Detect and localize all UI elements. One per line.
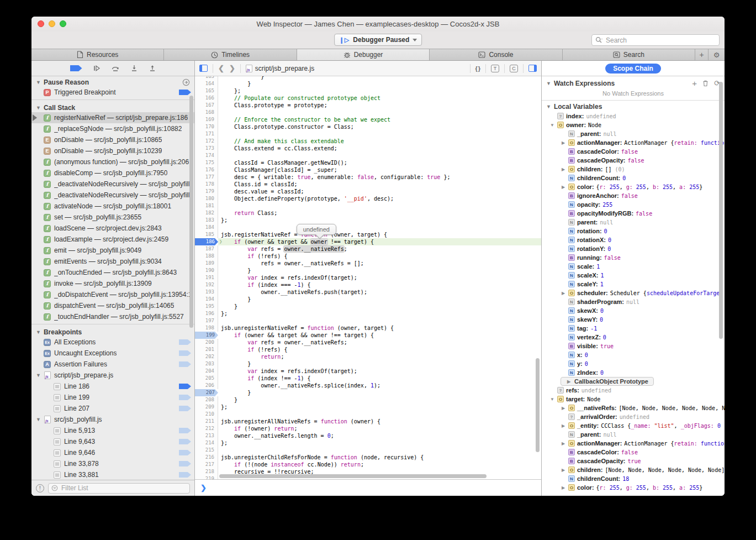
variable-row[interactable]: ▶O_entity:CCClass {_name: "list", _objFl…	[542, 421, 725, 430]
prototype-row[interactable]: ▶CallbackObject Prototype	[542, 377, 725, 386]
breakpoint-item[interactable]: ExUncaught Exceptions	[31, 348, 194, 359]
code-line[interactable]: 163 }	[195, 76, 541, 80]
code-line[interactable]: 172 // And make this class extendable	[195, 138, 541, 145]
breakpoint-line-item[interactable]: Line 9,646	[31, 447, 194, 458]
line-number[interactable]: 213	[195, 432, 218, 439]
variable-row[interactable]: BcascadeColor:false	[542, 147, 725, 156]
call-stack-item[interactable]: f_touchEndHandler — src/jsb_polyfill.js:…	[31, 311, 194, 322]
disclosure-triangle-icon[interactable]: ▶	[561, 140, 566, 145]
call-stack-item[interactable]: f(anonymous function) — src/jsb_polyfill…	[31, 156, 194, 167]
code-line[interactable]: 170 Class.prototype.constructor = Class;	[195, 123, 541, 130]
line-number[interactable]: 175	[195, 159, 218, 166]
call-stack-item[interactable]: finvoke — src/jsb_polyfill.js:13909	[31, 278, 194, 289]
close-button[interactable]	[38, 20, 44, 27]
tab-resources[interactable]: Resources	[31, 49, 164, 60]
variable-row[interactable]: ▼Oowner:Node	[542, 120, 725, 129]
call-stack-item[interactable]: f_doDispatchEvent — src/jsb_polyfill.js:…	[31, 289, 194, 300]
line-number[interactable]: 167	[195, 102, 218, 109]
breakpoint-line-item[interactable]: Line 199	[31, 392, 194, 403]
minimize-button[interactable]	[49, 20, 55, 27]
code-line[interactable]: 194 }	[195, 296, 541, 303]
code-line[interactable]: 207 }	[195, 389, 541, 396]
add-tab-button[interactable]: +	[695, 49, 709, 60]
toggle-right-sidebar-icon[interactable]	[528, 65, 537, 72]
debugger-paused-button[interactable]: ❙▷ Debugger Paused	[334, 34, 422, 46]
code-line[interactable]: 215	[195, 447, 541, 454]
call-stack-item[interactable]: floadExample — src/project.dev.js:2459	[31, 234, 194, 245]
step-out-button[interactable]	[149, 65, 156, 72]
breakpoints-section-header[interactable]: ▼ Breakpoints	[31, 326, 194, 337]
code-line[interactable]: 193 owner.__nativeRefs.push(target);	[195, 289, 541, 296]
disclosure-triangle-icon[interactable]: ▼	[36, 80, 41, 85]
variable-row[interactable]: ▶Ocolor:{r: 255, g: 255, b: 255, a: 255}	[542, 483, 725, 492]
code-line[interactable]: 189 refs = owner.__nativeRefs = [];	[195, 260, 541, 267]
disclosure-triangle-icon[interactable]: ▶	[561, 468, 566, 473]
call-stack-item[interactable]: femitEvents — src/jsb_polyfill.js:9034	[31, 256, 194, 267]
breakpoint-toggle[interactable]	[179, 89, 191, 96]
call-stack-item[interactable]: femit — src/jsb_polyfill.js:9049	[31, 245, 194, 256]
line-number[interactable]: 164	[195, 80, 218, 87]
breadcrumb[interactable]: script/jsb_prepare.js	[246, 65, 314, 72]
code-line[interactable]: 190 }	[195, 267, 541, 274]
variable-row[interactable]: ▶OactionManager:ActionManager {retain: f…	[542, 138, 725, 147]
line-number[interactable]: 209	[195, 403, 218, 411]
call-stack-item[interactable]: f_deactivateNodeRecursively — src/jsb_po…	[31, 190, 194, 201]
call-stack-section-header[interactable]: ▼ Call Stack	[31, 102, 194, 112]
code-line[interactable]: 214};	[195, 439, 541, 447]
editor-horizontal-scrollbar[interactable]	[219, 474, 533, 478]
step-over-button[interactable]	[111, 65, 120, 72]
breakpoint-toggle[interactable]	[179, 339, 191, 345]
line-number[interactable]: 178	[195, 181, 218, 188]
line-number[interactable]: 202	[195, 353, 218, 360]
local-variables-header[interactable]: ▼ Local Variables	[542, 101, 725, 112]
line-number[interactable]: 204	[195, 368, 218, 375]
breakpoint-file-group[interactable]: ▼script/jsb_prepare.js	[31, 370, 194, 381]
breakpoint-toggle[interactable]	[179, 460, 191, 467]
variable-row[interactable]: BcascadeOpacity:true	[542, 457, 725, 465]
code-line[interactable]: 178 Class.id = classId;	[195, 181, 541, 188]
breakpoints-toggle-button[interactable]	[70, 65, 82, 72]
line-number[interactable]: 210	[195, 411, 218, 418]
line-number[interactable]: 171	[195, 130, 218, 138]
breakpoint-item[interactable]: ExAll Exceptions	[31, 337, 194, 348]
variable-row[interactable]: ▶O__nativeRefs:[Node, Node, Node, Node, …	[542, 403, 725, 412]
code-line[interactable]: 209};	[195, 403, 541, 411]
variable-row[interactable]: Ntag:-1	[542, 324, 725, 333]
line-number[interactable]: 191	[195, 274, 218, 281]
code-line[interactable]: 216jsb.unregisterChildRefsForNode = func…	[195, 454, 541, 461]
code-line[interactable]: 164 }	[195, 80, 541, 87]
disclosure-triangle-icon[interactable]: ▶	[561, 423, 566, 428]
variable-row[interactable]: ▶OactionManager:ActionManager {retain: f…	[542, 439, 725, 448]
variable-row[interactable]: Brunning:false	[542, 253, 725, 262]
variable-row[interactable]: Ny:0	[542, 359, 725, 368]
variable-row[interactable]: Nx:0	[542, 350, 725, 359]
call-stack-item[interactable]: EonDisable — src/jsb_polyfill.js:10865	[31, 134, 194, 145]
line-number[interactable]: 194	[195, 296, 218, 303]
settings-gear-icon[interactable]: ⚙	[709, 49, 725, 60]
editor-vertical-scrollbar[interactable]	[536, 358, 540, 452]
breakpoint-gutter-marker[interactable]: 199	[195, 332, 218, 339]
line-number[interactable]: 192	[195, 281, 218, 289]
code-line[interactable]: 188 if (!refs) {	[195, 253, 541, 260]
code-line[interactable]: 212 if (!owner) return;	[195, 425, 541, 432]
variable-row[interactable]: NrotationY:0	[542, 244, 725, 253]
line-number[interactable]: 173	[195, 145, 218, 152]
line-number[interactable]: 208	[195, 396, 218, 403]
filter-field[interactable]	[48, 483, 190, 494]
tab-debugger[interactable]: Debugger	[297, 49, 430, 60]
code-line[interactable]: 200 var refs = owner.__nativeRefs;	[195, 339, 541, 346]
code-line[interactable]: 201 if (!refs) {	[195, 346, 541, 353]
variable-row[interactable]: NrotationX:0	[542, 235, 725, 244]
variable-row[interactable]: BcascadeOpacity:false	[542, 156, 725, 165]
disclosure-triangle-icon[interactable]: ▼	[546, 104, 551, 109]
sidebar-scrollbar[interactable]	[189, 96, 193, 328]
code-line[interactable]: 198jsb.unregisterNativeRef = function (o…	[195, 324, 541, 332]
breakpoint-toggle[interactable]	[179, 361, 191, 368]
line-number[interactable]: 180	[195, 195, 218, 202]
disclosure-triangle-icon[interactable]: ▶	[561, 291, 566, 296]
call-stack-item[interactable]: fdispatchEvent — src/jsb_polyfill.js:140…	[31, 300, 194, 311]
variable-row[interactable]: ▼Otarget:Node	[542, 395, 725, 403]
code-line[interactable]: 210	[195, 411, 541, 418]
code-line[interactable]: 204 var index = refs.indexOf(target);	[195, 368, 541, 375]
breakpoint-gutter-marker[interactable]: 207	[195, 389, 218, 396]
